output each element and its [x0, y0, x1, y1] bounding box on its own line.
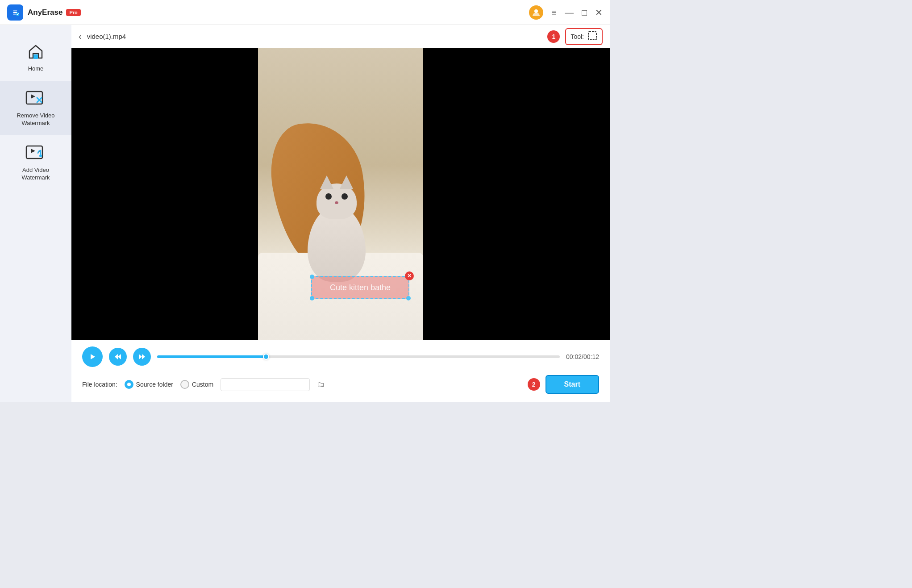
forward-button[interactable] — [133, 348, 151, 366]
content-area: ‹ video(1).mp4 1 Tool: — [71, 25, 610, 402]
user-avatar[interactable] — [529, 5, 543, 20]
sidebar: Home Remove VideoWatermark Add VideoWate… — [0, 25, 71, 402]
playback-row: 00:02/00:12 — [82, 346, 599, 367]
sidebar-item-home[interactable]: Home — [0, 34, 71, 81]
main-layout: Home Remove VideoWatermark Add VideoWate… — [0, 25, 610, 402]
handle-top-left[interactable] — [310, 275, 314, 279]
source-folder-radio[interactable] — [125, 380, 133, 389]
svg-marker-7 — [31, 149, 35, 153]
maximize-icon[interactable]: □ — [582, 8, 587, 17]
rewind-button[interactable] — [109, 348, 127, 366]
watermark-close-button[interactable]: ✕ — [405, 271, 414, 280]
svg-rect-4 — [26, 92, 42, 104]
custom-option[interactable]: Custom — [180, 380, 213, 389]
svg-marker-13 — [139, 354, 142, 359]
sidebar-item-home-label: Home — [28, 65, 44, 73]
svg-rect-9 — [588, 32, 596, 40]
step1-badge: 1 — [547, 30, 560, 43]
svg-marker-12 — [118, 354, 121, 359]
back-button[interactable]: ‹ — [79, 31, 82, 42]
file-location-label: File location: — [82, 381, 117, 388]
progress-thumb[interactable] — [263, 354, 269, 360]
tool-selector[interactable]: Tool: — [565, 28, 603, 45]
home-icon — [26, 42, 46, 62]
video-inner: ✕ Cute kitten bathe — [71, 48, 610, 340]
svg-marker-10 — [91, 354, 95, 359]
watermark-text: Cute kitten bathe — [330, 283, 391, 292]
progress-bar[interactable] — [157, 355, 560, 358]
handle-bottom-right[interactable] — [406, 296, 411, 300]
svg-point-2 — [534, 9, 538, 13]
file-location-row: File location: Source folder Custom 🗂 2 — [82, 375, 599, 394]
pro-badge: Pro — [66, 9, 80, 16]
progress-fill — [157, 355, 266, 358]
folder-browse-icon[interactable]: 🗂 — [317, 380, 325, 389]
svg-point-8 — [39, 154, 42, 157]
menu-icon[interactable]: ≡ — [551, 8, 557, 17]
sidebar-item-add-label: Add VideoWatermark — [21, 167, 50, 182]
svg-marker-5 — [31, 94, 35, 99]
svg-marker-14 — [142, 354, 145, 359]
step2-badge: 2 — [528, 378, 540, 391]
close-icon[interactable]: ✕ — [595, 8, 603, 17]
titlebar: AnyErase Pro ≡ — □ ✕ — [0, 0, 610, 25]
time-display: 00:02/00:12 — [566, 353, 599, 360]
header-bar: ‹ video(1).mp4 1 Tool: — [71, 25, 610, 48]
sidebar-item-remove-watermark[interactable]: Remove VideoWatermark — [0, 81, 71, 135]
minimize-icon[interactable]: — — [565, 8, 574, 17]
custom-label: Custom — [192, 381, 213, 388]
add-watermark-icon — [25, 143, 47, 163]
tool-crop-icon — [587, 31, 597, 42]
cat-head — [316, 183, 357, 219]
cat-scene: ✕ Cute kitten bathe — [258, 48, 423, 340]
video-area: ✕ Cute kitten bathe — [71, 48, 610, 340]
app-logo — [7, 4, 23, 21]
start-section: 2 Start — [528, 375, 599, 394]
play-button[interactable] — [82, 346, 103, 367]
source-folder-label: Source folder — [136, 381, 173, 388]
custom-radio[interactable] — [180, 380, 189, 389]
sidebar-item-remove-label: Remove VideoWatermark — [17, 112, 54, 127]
start-button[interactable]: Start — [546, 375, 599, 394]
custom-path-input[interactable] — [221, 378, 310, 391]
app-name: AnyErase — [28, 8, 62, 17]
watermark-selection-box[interactable]: ✕ Cute kitten bathe — [311, 276, 409, 299]
remove-watermark-icon — [25, 89, 47, 108]
tool-label: Tool: — [571, 33, 584, 40]
file-title: video(1).mp4 — [87, 33, 542, 40]
sidebar-item-add-watermark[interactable]: Add VideoWatermark — [0, 135, 71, 190]
source-folder-option[interactable]: Source folder — [125, 380, 173, 389]
handle-bottom-left[interactable] — [310, 296, 314, 300]
svg-marker-11 — [115, 354, 118, 359]
svg-rect-3 — [33, 54, 38, 59]
controls-area: 00:02/00:12 File location: Source folder… — [71, 340, 610, 402]
video-frame: ✕ Cute kitten bathe — [258, 48, 423, 340]
window-controls: ≡ — □ ✕ — [529, 5, 603, 20]
